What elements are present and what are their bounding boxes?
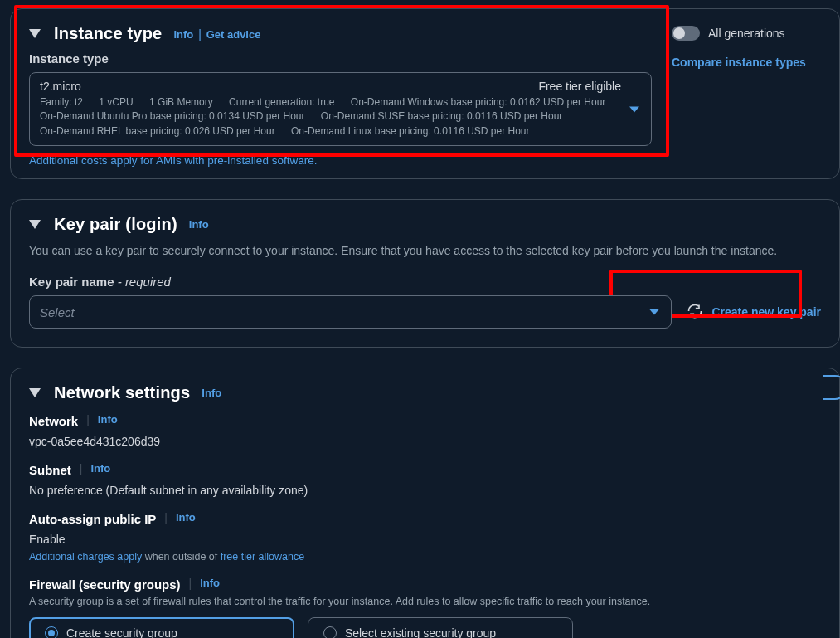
autoip-value: Enable (29, 533, 821, 546)
key-pair-name-text: Key pair name (29, 275, 114, 289)
detail-memory: 1 GiB Memory (149, 95, 213, 110)
free-tier-badge: Free tier eligible (538, 80, 621, 93)
key-pair-description: You can use a key pair to securely conne… (29, 242, 821, 260)
divider: | (189, 577, 192, 590)
create-sg-label: Create security group (66, 626, 177, 638)
divider: | (86, 413, 90, 426)
divider: | (164, 511, 168, 524)
detail-suse-price: On-Demand SUSE base pricing: 0.0116 USD … (321, 110, 562, 124)
firewall-info-link[interactable]: Info (200, 577, 220, 589)
network-settings-panel: Network settings Info Network | Info vpc… (10, 368, 840, 638)
radio-icon (323, 626, 337, 638)
collapse-icon[interactable] (29, 220, 41, 229)
subnet-info-link[interactable]: Info (90, 462, 110, 475)
detail-windows-price: On-Demand Windows base pricing: 0.0162 U… (351, 95, 605, 110)
instance-type-label: Instance type (29, 51, 652, 66)
instance-type-details: Family: t2 1 vCPU 1 GiB Memory Current g… (40, 95, 621, 139)
instance-type-panel: Instance type Info | Get advice Instance… (10, 8, 840, 179)
network-field-info-link[interactable]: Info (98, 413, 118, 426)
charges-mid-text: when outside of (142, 551, 221, 563)
all-generations-toggle[interactable] (672, 26, 700, 41)
subnet-value: No preference (Default subnet in any ava… (29, 484, 821, 497)
chevron-down-icon (629, 106, 639, 112)
network-info-link[interactable]: Info (202, 387, 221, 399)
network-value: vpc-0a5ee4d431c206d39 (29, 435, 821, 448)
divider: | (80, 462, 83, 475)
instance-type-heading: Instance type (54, 24, 162, 43)
firewall-label: Firewall (security groups) (29, 577, 181, 592)
key-pair-panel: Key pair (login) Info You can use a key … (10, 199, 840, 348)
refresh-icon (687, 303, 703, 322)
key-pair-info-link[interactable]: Info (189, 218, 209, 231)
detail-gen: Current generation: true (229, 95, 334, 110)
instance-info-link[interactable]: Info (173, 28, 193, 41)
key-pair-heading: Key pair (login) (54, 215, 177, 234)
edit-button[interactable] (823, 375, 840, 400)
select-sg-label: Select existing security group (345, 626, 496, 638)
all-generations-label: All generations (708, 27, 785, 40)
chevron-down-icon (649, 309, 659, 315)
detail-rhel-price: On-Demand RHEL base pricing: 0.026 USD p… (40, 124, 275, 139)
required-text: - required (114, 275, 171, 289)
additional-charges-link[interactable]: Additional charges apply (29, 551, 142, 563)
autoip-info-link[interactable]: Info (176, 511, 196, 524)
additional-charges-note: Additional charges apply when outside of… (29, 551, 821, 563)
instance-type-name: t2.micro (40, 80, 81, 93)
create-security-group-radio[interactable]: Create security group (29, 617, 294, 638)
detail-linux-price: On-Demand Linux base pricing: 0.0116 USD… (291, 124, 529, 139)
detail-vcpu: 1 vCPU (99, 95, 133, 110)
create-new-key-pair-label: Create new key pair (711, 305, 821, 319)
subnet-label: Subnet (29, 463, 71, 477)
get-advice-link[interactable]: Get advice (206, 28, 261, 41)
network-label: Network (29, 414, 78, 428)
radio-icon (45, 626, 58, 638)
key-pair-placeholder: Select (40, 305, 75, 319)
instance-type-select[interactable]: t2.micro Free tier eligible Family: t2 1… (29, 72, 652, 146)
detail-family: Family: t2 (40, 95, 83, 110)
autoip-label: Auto-assign public IP (29, 512, 156, 526)
firewall-description: A security group is a set of firewall ru… (29, 596, 821, 607)
divider: | (198, 27, 202, 41)
collapse-icon[interactable] (29, 29, 41, 38)
free-tier-allowance-link[interactable]: free tier allowance (221, 551, 304, 563)
select-existing-security-group-radio[interactable]: Select existing security group (308, 617, 573, 638)
detail-ubuntu-price: On-Demand Ubuntu Pro base pricing: 0.013… (40, 110, 305, 124)
compare-instance-types-link[interactable]: Compare instance types (672, 56, 806, 69)
collapse-icon[interactable] (29, 388, 41, 397)
key-pair-select[interactable]: Select (29, 295, 672, 329)
key-pair-name-label: Key pair name - required (29, 275, 821, 289)
create-new-key-pair-button[interactable]: Create new key pair (687, 303, 821, 322)
additional-costs-link[interactable]: Additional costs apply for AMIs with pre… (29, 154, 652, 167)
network-settings-heading: Network settings (54, 383, 190, 402)
